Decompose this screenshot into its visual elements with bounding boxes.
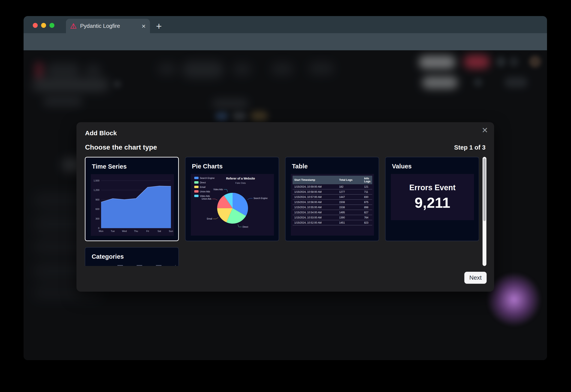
next-button[interactable]: Next — [464, 272, 487, 284]
window-minimize-button[interactable] — [41, 23, 46, 28]
svg-text:Referer of a Website: Referer of a Website — [226, 177, 255, 180]
svg-text:Direct: Direct — [200, 181, 206, 184]
browser-tab[interactable]: Pydantic Logfire × — [66, 19, 150, 33]
table-header-cell: Total Logs — [337, 176, 362, 184]
browser-toolbar: logfire.pydantic.dev/e-hosseini/ehsan/da… — [24, 33, 547, 50]
table-cell: 1451 — [337, 220, 362, 225]
svg-text:Mon: Mon — [99, 230, 103, 232]
chart-type-grid: Time Series 03006009001,2001,500MonTueWe… — [85, 157, 479, 266]
value-number: 9,211 — [415, 194, 450, 211]
table-cell: 1447 — [337, 195, 362, 200]
svg-text:Sat: Sat — [157, 230, 161, 232]
new-tab-button[interactable]: + — [153, 20, 165, 32]
svg-text:300: 300 — [96, 217, 99, 220]
svg-text:Tue: Tue — [111, 230, 115, 232]
browser-window: Pydantic Logfire × + — [24, 16, 547, 360]
svg-text:1,200: 1,200 — [93, 189, 99, 191]
svg-text:Union Ads: Union Ads — [200, 190, 210, 193]
card-pie-charts[interactable]: Pie Charts Search EngineDirectEmailUnion… — [185, 157, 279, 241]
svg-text:Video Ads: Video Ads — [200, 195, 210, 197]
table-row: 1/15/2024, 10:57:00 AM1447830 — [293, 195, 372, 200]
table-cell: 1/15/2024, 10:59:00 AM — [293, 184, 337, 189]
logfire-logo-icon — [70, 23, 77, 29]
table-cell: 121 — [362, 184, 372, 189]
table-cell: 1538 — [337, 205, 362, 210]
step-indicator: Step 1 of 3 — [454, 144, 485, 151]
modal-close-icon[interactable]: ✕ — [482, 126, 488, 134]
svg-text:1,500: 1,500 — [93, 179, 99, 182]
card-time-series[interactable]: Time Series 03006009001,2001,500MonTueWe… — [85, 157, 179, 241]
svg-text:Email: Email — [207, 218, 212, 220]
svg-text:Search Engine: Search Engine — [254, 197, 268, 199]
table-cell: 1508 — [337, 200, 362, 205]
svg-text:Thu: Thu — [134, 230, 138, 232]
scrollbar-thumb[interactable] — [483, 158, 485, 221]
table-cell: 830 — [362, 195, 372, 200]
table-cell: 764 — [362, 215, 372, 220]
page-content: Add Block ✕ Choose the chart type Step 1… — [24, 50, 547, 360]
table-cell: 1/15/2024, 10:54:00 AM — [293, 210, 337, 215]
table-row: 1/15/2024, 10:53:00 AM1390764 — [293, 215, 372, 220]
table-cell: 1/15/2024, 10:52:00 AM — [293, 220, 337, 225]
table-header-cell: Info Logs — [362, 176, 372, 184]
card-title: Values — [392, 163, 412, 170]
table-cell: 711 — [362, 189, 372, 195]
table-cell: 898 — [362, 205, 372, 210]
table-row: 1/15/2024, 10:58:00 AM1277711 — [293, 189, 372, 195]
card-values[interactable]: Values Errors Event 9,211 — [385, 157, 479, 241]
card-categories[interactable]: Categories — [85, 247, 179, 266]
card-title: Table — [292, 163, 308, 170]
card-title: Time Series — [92, 163, 127, 170]
pie-chart: Search EngineDirectEmailUnion AdsVideo A… — [191, 174, 274, 236]
add-block-modal: Add Block ✕ Choose the chart type Step 1… — [76, 122, 494, 292]
table-cell: 1277 — [337, 189, 362, 195]
pie-chart-panel: Search EngineDirectEmailUnion AdsVideo A… — [191, 174, 274, 236]
window-close-button[interactable] — [33, 23, 38, 28]
modal-subtitle: Choose the chart type — [85, 143, 157, 151]
table-cell: 1/15/2024, 10:57:00 AM — [293, 195, 337, 200]
tab-strip: Pydantic Logfire × + — [24, 16, 547, 33]
modal-title: Add Block — [85, 129, 117, 137]
table-cell: 1/15/2024, 10:55:00 AM — [293, 205, 337, 210]
table-cell: 875 — [362, 200, 372, 205]
tab-close-icon[interactable]: × — [142, 23, 146, 29]
blurred-purple-glow — [487, 273, 541, 326]
card-table[interactable]: Table Start TimestampTotal LogsInfo Logs… — [285, 157, 379, 241]
table-row: 1/15/2024, 10:56:00 AM1508875 — [293, 200, 372, 205]
categories-chart-sliver — [117, 265, 176, 266]
logs-table-panel: Start TimestampTotal LogsInfo Logs1/15/2… — [291, 174, 374, 236]
svg-text:Search Engine: Search Engine — [200, 177, 215, 179]
svg-text:Fake Data: Fake Data — [235, 182, 246, 184]
table-cell: 823 — [362, 220, 372, 225]
table-cell: 1/15/2024, 10:53:00 AM — [293, 215, 337, 220]
table-row: 1/15/2024, 10:55:00 AM1538898 — [293, 205, 372, 210]
table-cell: 182 — [337, 184, 362, 189]
table-header-cell: Start Timestamp — [293, 176, 337, 184]
window-controls — [33, 23, 54, 28]
window-zoom-button[interactable] — [49, 23, 54, 28]
time-series-chart: 03006009001,2001,500MonTueWedThuFriSatSu… — [91, 174, 174, 236]
screen: Pydantic Logfire × + — [0, 0, 571, 392]
svg-text:900: 900 — [96, 198, 99, 201]
tab-title: Pydantic Logfire — [80, 23, 139, 29]
table-cell: 1/15/2024, 10:58:00 AM — [293, 189, 337, 195]
table-cell: 1390 — [337, 215, 362, 220]
value-label: Errors Event — [409, 183, 455, 192]
time-series-chart-panel: 03006009001,2001,500MonTueWedThuFriSatSu… — [91, 174, 174, 236]
svg-text:Direct: Direct — [243, 226, 248, 228]
svg-text:Email: Email — [200, 186, 205, 188]
modal-scrollbar[interactable] — [483, 157, 486, 266]
card-title: Categories — [92, 253, 124, 260]
svg-text:Wed: Wed — [122, 230, 127, 232]
table-cell: 1495 — [337, 210, 362, 215]
svg-text:Fri: Fri — [146, 230, 149, 232]
table-cell: 1/15/2024, 10:56:00 AM — [293, 200, 337, 205]
svg-text:Union Ads: Union Ads — [202, 198, 211, 200]
table-row: 1/15/2024, 10:52:00 AM1451823 — [293, 220, 372, 225]
logs-table: Start TimestampTotal LogsInfo Logs1/15/2… — [293, 176, 372, 225]
table-cell: 827 — [362, 210, 372, 215]
card-title: Pie Charts — [192, 163, 222, 170]
svg-text:Video Ads: Video Ads — [213, 188, 223, 191]
value-panel: Errors Event 9,211 — [391, 174, 474, 220]
svg-text:Sun: Sun — [169, 230, 173, 232]
